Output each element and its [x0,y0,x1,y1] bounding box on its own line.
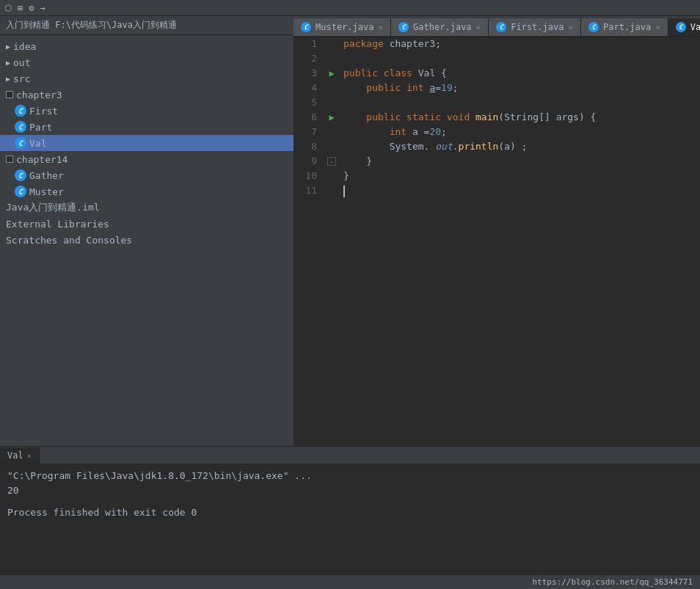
code-line-7: int a =20; [343,125,700,139]
sidebar-item-muster[interactable]: C Muster [0,183,294,200]
editor-area: C Muster.java × C Gather.java × C First.… [294,16,700,446]
bottom-tabs: Val × [0,447,700,464]
tab-val[interactable]: C Val.java × [668,18,700,36]
sidebar-item-part[interactable]: C Part [0,119,294,135]
terminal-exit-msg: Process finished with exit code 0 [7,505,693,520]
status-bar-url: https://blog.csdn.net/qq_36344771 [532,577,693,587]
class-icon: C [15,137,26,149]
bottom-tab-label: Val [7,450,23,461]
terminal-output-text: 20 [7,485,19,496]
gutter-line-10 [323,169,340,183]
line-num-8: 8 [294,139,317,154]
gutter-line-3[interactable]: ▶ [323,66,340,81]
sidebar-item-scratches[interactable]: Scratches and Consoles [0,232,294,248]
tab-muster[interactable]: C Muster.java × [294,18,391,36]
class-icon: C [15,169,26,181]
tab-label: Gather.java [413,22,471,32]
bottom-tab-val[interactable]: Val × [0,447,40,464]
status-bar: https://blog.csdn.net/qq_36344771 [0,574,700,589]
sidebar-item-label: External Libraries [6,219,109,230]
tab-part[interactable]: C Part.java × [581,18,668,36]
tab-label: Val.java [690,22,700,32]
toolbar: ⬡ ⊞ ⚙ → [0,0,700,16]
sidebar-item-label: chapter3 [16,89,62,100]
sidebar-item-chapter3[interactable]: chapter3 [0,87,294,103]
arrow-icon: ▶ [6,43,10,51]
line-num-3: 3 [294,66,317,81]
sidebar-item-idea[interactable]: ▶ idea [0,38,294,54]
code-line-8: System. out.println(a) ; [343,139,700,154]
sidebar-path: 入门到精通 F:\代码练习\Java入门到精通 [6,20,177,30]
sidebar-header: 入门到精通 F:\代码练习\Java入门到精通 [0,16,294,35]
sidebar-item-src[interactable]: ▶ src [0,70,294,87]
sidebar-item-out[interactable]: ▶ out [0,54,294,70]
tab-close-icon[interactable]: × [568,23,573,32]
class-icon: C [15,121,26,133]
tab-gather[interactable]: C Gather.java × [391,18,489,36]
terminal-content: "C:\Program Files\Java\jdk1.8.0_172\bin\… [0,464,700,574]
toolbar-icon-3[interactable]: ⚙ [29,3,34,13]
tab-close-icon[interactable]: × [476,23,481,32]
terminal-cmd: "C:\Program Files\Java\jdk1.8.0_172\bin\… [7,469,693,483]
toolbar-icon-1[interactable]: ⬡ [4,3,12,13]
sidebar-item-label: chapter14 [16,154,68,165]
gutter-line-6[interactable]: ▶ [323,110,340,125]
gutter-line-8 [323,139,340,154]
tab-class-icon: C [676,22,686,32]
tab-label: First.java [511,22,564,32]
sidebar-item-label: out [13,57,30,68]
tab-label: Part.java [603,22,651,32]
sidebar-item-val[interactable]: C Val [0,135,294,151]
code-line-6: public static void main(String[] args) { [343,110,700,125]
terminal-exit-text: Process finished with exit code 0 [7,507,197,518]
code-line-10: } [343,169,700,183]
toolbar-icon-4[interactable]: → [40,3,45,13]
gutter-lines: ▶ ▶ - [323,37,340,198]
sidebar-item-chapter14[interactable]: chapter14 [0,151,294,167]
gutter-line-7 [323,125,340,139]
tab-close-icon[interactable]: × [655,23,660,32]
gutter-line-1 [323,37,340,51]
fold-icon-9[interactable]: - [327,157,336,166]
run-icon-3[interactable]: ▶ [329,68,334,78]
line-num-6: 6 [294,110,317,125]
sidebar-item-label: Scratches and Consoles [6,235,132,246]
bottom-tab-close[interactable]: × [27,452,32,460]
line-num-7: 7 [294,125,317,139]
terminal-output: 20 [7,483,693,498]
code-line-4: public int a=19; [343,81,700,95]
sidebar: 入门到精通 F:\代码练习\Java入门到精通 ▶ idea ▶ out ▶ s… [0,16,294,446]
line-num-11: 11 [294,183,317,198]
code-line-3: public class Val { [343,66,700,81]
tab-first[interactable]: C First.java × [489,18,581,36]
sidebar-item-label: First [29,106,58,117]
class-icon: C [15,105,26,117]
code-line-11 [343,183,700,198]
sidebar-item-label: Part [29,122,52,133]
tab-label: Muster.java [316,22,373,32]
code-line-9: } [343,154,700,169]
code-line-1: package chapter3; [343,37,700,51]
sidebar-item-label: Gather [29,170,64,181]
line-num-4: 4 [294,81,317,95]
run-icon-6[interactable]: ▶ [329,112,334,122]
sidebar-item-extlibs[interactable]: External Libraries [0,216,294,232]
gutter-line-2 [323,51,340,66]
tab-close-icon[interactable]: × [378,23,383,32]
gutter-line-11 [323,183,340,198]
sidebar-tree: ▶ idea ▶ out ▶ src chapter3 C First [0,35,294,446]
sidebar-item-label: src [13,73,30,84]
arrow-icon: ▶ [6,59,10,67]
toolbar-icon-2[interactable]: ⊞ [18,3,23,13]
sidebar-item-iml[interactable]: Java入门到精通.iml [0,200,294,216]
gutter-line-9[interactable]: - [323,154,340,169]
sidebar-item-gather[interactable]: C Gather [0,167,294,183]
sidebar-item-label: Muster [29,186,64,197]
sidebar-item-label: Val [29,138,46,149]
sidebar-item-first[interactable]: C First [0,103,294,119]
line-num-5: 5 [294,95,317,110]
tab-class-icon: C [301,22,311,32]
arrow-icon: ▶ [6,75,10,83]
code-content[interactable]: package chapter3; public class Val { pub… [340,37,700,446]
code-line-2 [343,51,700,66]
